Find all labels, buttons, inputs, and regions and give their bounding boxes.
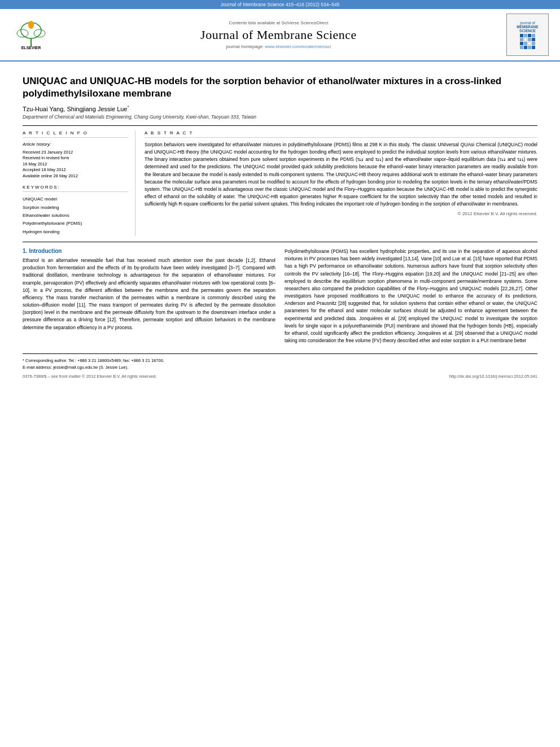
contents-available-text: Contents lists available at SciVerse Sci… xyxy=(51,20,506,25)
jms-science: SCIENCE xyxy=(519,29,536,33)
section-divider xyxy=(23,242,537,242)
journal-citation-bar: Journal of Membrane Science 415–416 (201… xyxy=(0,0,560,9)
grid-cell xyxy=(532,42,535,45)
grid-cell xyxy=(528,34,531,37)
issn-text: 0376-7388/$ – see front matter © 2012 El… xyxy=(23,374,156,379)
grid-cell xyxy=(528,38,531,41)
intro-left-paragraph: Ethanol is an alternative renewable fuel… xyxy=(23,257,275,331)
journal-header: ELSEVIER Contents lists available at Sci… xyxy=(0,9,560,62)
article-title: UNIQUAC and UNIQUAC-HB models for the so… xyxy=(23,75,537,100)
intro-title: Introduction xyxy=(29,248,62,254)
header-right: journal of MEMBRANE SCIENCE xyxy=(506,14,549,56)
copyright-text: © 2012 Elsevier B.V. All rights reserved… xyxy=(145,211,537,216)
intro-left-col: 1. Introduction Ethanol is an alternativ… xyxy=(23,248,275,348)
footer-section: * Corresponding author. Tel.: +886 3 21 … xyxy=(23,353,537,379)
elsevier-logo: ELSEVIER xyxy=(11,19,51,50)
grid-cell xyxy=(524,46,527,49)
abstract-column: A B S T R A C T Sorption behaviors were … xyxy=(145,130,537,236)
corresponding-author-text: * Corresponding author. Tel.: +886 3 21 … xyxy=(23,357,537,364)
grid-cell xyxy=(524,42,527,45)
grid-cell xyxy=(520,34,523,37)
main-content: UNIQUAC and UNIQUAC-HB models for the so… xyxy=(0,62,560,353)
article-info-column: A R T I C L E I N F O Article history: R… xyxy=(23,130,135,236)
keyword-item: Hydrogen bonding xyxy=(23,228,128,236)
received-date: Received 23 January 2012 xyxy=(23,150,128,156)
intro-right-text: Polydimethylsiloxane (PDMS) has excellen… xyxy=(285,248,537,344)
article-history: Article history: Received 23 January 201… xyxy=(23,141,128,179)
authors-text: Tzu-Huai Yang, Shingjiang Jessie Lue* xyxy=(23,106,129,112)
corresponding-author-note: * Corresponding author. Tel.: +886 3 21 … xyxy=(23,357,537,370)
footer-bottom: 0376-7388/$ – see front matter © 2012 El… xyxy=(23,374,537,379)
header-center: Contents lists available at SciVerse Sci… xyxy=(51,20,506,49)
intro-number: 1. xyxy=(23,248,27,254)
intro-right-paragraph: Polydimethylsiloxane (PDMS) has excellen… xyxy=(285,248,537,344)
intro-left-text: Ethanol is an alternative renewable fuel… xyxy=(23,257,275,331)
introduction-section: 1. Introduction Ethanol is an alternativ… xyxy=(23,248,537,348)
accepted-date: Accepted 18 May 2012 xyxy=(23,167,128,173)
grid-cell xyxy=(532,34,535,37)
intro-right-col: Polydimethylsiloxane (PDMS) has excellen… xyxy=(285,248,537,348)
authors: Tzu-Huai Yang, Shingjiang Jessie Lue* xyxy=(23,104,537,112)
svg-point-5 xyxy=(28,21,34,29)
keyword-item: UNIQUAC model xyxy=(23,195,128,203)
grid-cell xyxy=(520,38,523,41)
journal-title: Journal of Membrane Science xyxy=(51,28,506,42)
grid-cell xyxy=(532,38,535,41)
keywords-section: Keywords: UNIQUAC model Sorption modelin… xyxy=(23,185,128,236)
available-online-date: Available online 28 May 2012 xyxy=(23,173,128,180)
grid-cell xyxy=(528,42,531,45)
abstract-label: A B S T R A C T xyxy=(145,130,537,138)
article-info-abstract-section: A R T I C L E I N F O Article history: R… xyxy=(23,125,537,236)
jms-logo: journal of MEMBRANE SCIENCE xyxy=(506,14,549,56)
grid-cell xyxy=(532,46,535,49)
grid-cell xyxy=(520,46,523,49)
doi-text: http://dx.doi.org/10.1016/j.memsci.2012.… xyxy=(449,374,537,379)
journal-citation-text: Journal of Membrane Science 415–416 (201… xyxy=(221,2,340,7)
journal-homepage: journal homepage: www.elsevier.com/locat… xyxy=(51,44,506,49)
grid-cell xyxy=(520,42,523,45)
history-label: Article history: xyxy=(23,141,128,148)
grid-cell xyxy=(524,38,527,41)
contents-text: Contents lists available at SciVerse Sci… xyxy=(229,20,328,25)
svg-text:ELSEVIER: ELSEVIER xyxy=(21,46,41,50)
abstract-text: Sorption behaviors were investigated for… xyxy=(145,141,537,208)
homepage-label: journal homepage: xyxy=(226,44,264,49)
jms-journal-of: journal of xyxy=(520,21,535,25)
revised-date: 16 May 2012 xyxy=(23,161,128,168)
keyword-item: Ethanol/water solutions xyxy=(23,212,128,220)
jms-grid-decoration xyxy=(520,34,535,49)
header-left: ELSEVIER xyxy=(11,19,51,50)
intro-heading: 1. Introduction xyxy=(23,248,275,254)
article-info-label: A R T I C L E I N F O xyxy=(23,130,128,138)
homepage-url: www.elsevier.com/locate/memsci xyxy=(265,44,331,49)
jms-membrane: MEMBRANE xyxy=(517,25,538,29)
email-text: E-mail address: jessie@mail.cgu.edu.tw (… xyxy=(23,364,537,370)
received-revised-label: Received in revised form xyxy=(23,155,128,161)
affiliation: Department of Chemical and Materials Eng… xyxy=(23,114,537,120)
keyword-item: Sorption modeling xyxy=(23,204,128,212)
keyword-item: Polydimethylsiloxane (PDMS) xyxy=(23,220,128,228)
keywords-label: Keywords: xyxy=(23,185,128,192)
grid-cell xyxy=(524,34,527,37)
grid-cell xyxy=(528,46,531,49)
keyword-list: UNIQUAC model Sorption modeling Ethanol/… xyxy=(23,195,128,236)
